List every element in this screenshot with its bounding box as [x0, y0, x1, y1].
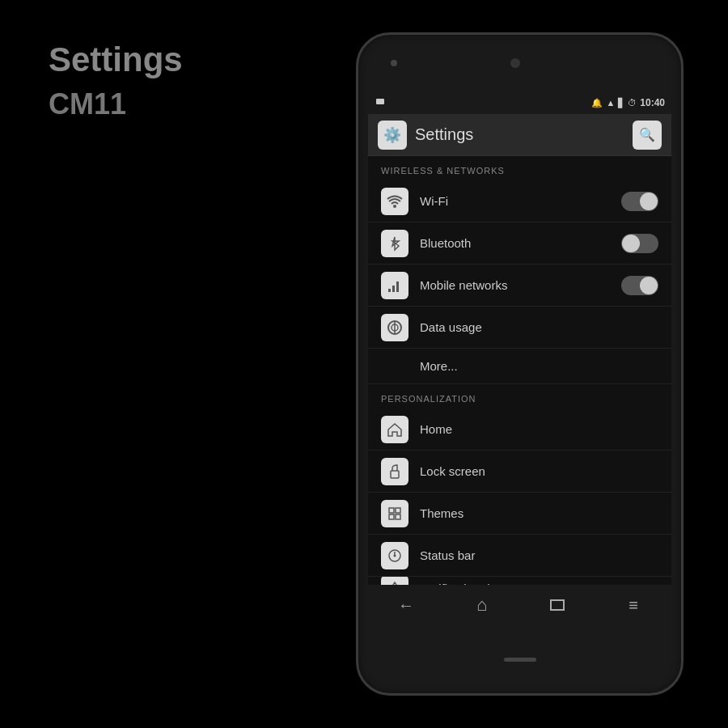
wifi-item[interactable]: Wi-Fi	[368, 180, 671, 222]
phone-speaker	[391, 60, 397, 66]
more-label: More...	[420, 359, 458, 373]
status-bar-label: Status bar	[420, 548, 658, 562]
svg-point-14	[394, 554, 396, 557]
menu-button[interactable]: ≡	[617, 589, 650, 621]
personalization-section-label: Personalization	[368, 384, 671, 408]
wifi-icon	[387, 193, 403, 210]
settings-header: ⚙️ Settings 🔍	[368, 114, 671, 156]
svg-rect-11	[389, 514, 394, 519]
data-usage-icon-box	[381, 314, 408, 341]
phone-camera	[510, 58, 520, 68]
phone-bottom-bar	[504, 625, 536, 693]
wifi-status-icon: ▲	[606, 98, 615, 108]
personalization-section-text: Personalization	[381, 394, 476, 404]
bluetooth-icon-box	[381, 230, 408, 257]
svg-rect-2	[388, 289, 391, 292]
phone-top-bar	[358, 35, 681, 91]
signal-status-icon: ▋	[618, 98, 624, 108]
status-bar-left	[375, 97, 386, 108]
back-icon: ←	[398, 596, 414, 615]
lock-screen-icon-box	[381, 458, 408, 485]
search-icon: 🔍	[639, 127, 655, 142]
wireless-section-label: WIRELESS & NETWORKS	[368, 156, 671, 180]
bottom-nav: ← ⌂ ≡	[368, 585, 671, 625]
home-icon-box	[381, 416, 408, 443]
wifi-icon-box	[381, 188, 408, 215]
desktop-title: Settings	[49, 40, 183, 79]
svg-rect-10	[396, 508, 400, 513]
recents-button[interactable]	[541, 589, 574, 621]
themes-icon	[387, 506, 403, 522]
home-label: Home	[420, 422, 658, 436]
status-bar-item[interactable]: Status bar	[368, 535, 671, 577]
statusbar-icon	[387, 548, 403, 564]
status-bar-right: 🔔 ▲ ▋ ⏱ 10:40	[591, 97, 665, 108]
svg-rect-12	[396, 514, 400, 519]
mobile-networks-icon-box	[381, 272, 408, 299]
settings-gear-icon: ⚙️	[383, 126, 401, 144]
search-button[interactable]: 🔍	[633, 121, 662, 150]
settings-list: WIRELESS & NETWORKS Wi-Fi	[368, 156, 671, 585]
themes-icon-box	[381, 500, 408, 527]
settings-header-title: Settings	[415, 125, 473, 144]
home-icon	[387, 421, 403, 438]
home-nav-icon: ⌂	[476, 595, 487, 616]
settings-header-left: ⚙️ Settings	[378, 121, 473, 150]
mobile-networks-label: Mobile networks	[420, 278, 610, 292]
bluetooth-icon	[387, 235, 403, 252]
wifi-label: Wi-Fi	[420, 194, 610, 208]
bluetooth-toggle[interactable]	[621, 234, 658, 253]
svg-rect-0	[376, 99, 384, 104]
data-usage-item[interactable]: Data usage	[368, 307, 671, 349]
svg-rect-8	[391, 471, 399, 478]
bluetooth-label: Bluetooth	[420, 236, 610, 250]
phone-frame: 🔔 ▲ ▋ ⏱ 10:40 ⚙️ Settings 🔍 WIRELESS & N	[356, 32, 684, 696]
signal-icon	[387, 277, 403, 294]
wireless-section-text: WIRELESS & NETWORKS	[381, 166, 505, 176]
lock-icon	[387, 463, 403, 480]
mobile-networks-item[interactable]: Mobile networks	[368, 265, 671, 307]
mobile-networks-toggle-knob	[640, 277, 658, 294]
data-icon	[387, 320, 403, 336]
back-button[interactable]: ←	[390, 589, 422, 621]
more-item[interactable]: More...	[368, 349, 671, 384]
svg-rect-4	[396, 281, 399, 292]
notification-drawer-icon-box	[381, 577, 408, 585]
home-item[interactable]: Home	[368, 408, 671, 451]
recents-icon	[550, 599, 565, 611]
status-bar: 🔔 ▲ ▋ ⏱ 10:40	[368, 91, 671, 114]
bell-icon: 🔔	[591, 98, 603, 108]
time-display: 10:40	[640, 97, 665, 108]
data-usage-label: Data usage	[420, 320, 658, 334]
desktop-subtitle: CM11	[49, 87, 183, 121]
home-button[interactable]: ⌂	[466, 589, 498, 621]
menu-icon: ≡	[629, 596, 638, 615]
bluetooth-item[interactable]: Bluetooth	[368, 222, 671, 265]
battery-status-icon: ⏱	[628, 98, 637, 108]
desktop-labels: Settings CM11	[49, 40, 183, 121]
svg-point-1	[393, 205, 396, 208]
lock-screen-label: Lock screen	[420, 464, 658, 478]
status-bar-icon-box	[381, 542, 408, 569]
notification-drawer-item[interactable]: Notification drawer	[368, 577, 671, 585]
lock-screen-item[interactable]: Lock screen	[368, 451, 671, 493]
themes-item[interactable]: Themes	[368, 493, 671, 535]
themes-label: Themes	[420, 506, 658, 520]
wifi-toggle[interactable]	[621, 192, 658, 211]
home-indicator	[504, 658, 536, 662]
bluetooth-toggle-knob	[622, 235, 640, 252]
svg-rect-9	[389, 508, 394, 513]
screen: 🔔 ▲ ▋ ⏱ 10:40 ⚙️ Settings 🔍 WIRELESS & N	[368, 91, 671, 625]
svg-rect-3	[392, 286, 395, 292]
notification-status-icon	[375, 97, 386, 108]
settings-gear-icon-box: ⚙️	[378, 121, 407, 150]
wifi-toggle-knob	[640, 193, 658, 210]
mobile-networks-toggle[interactable]	[621, 276, 658, 295]
